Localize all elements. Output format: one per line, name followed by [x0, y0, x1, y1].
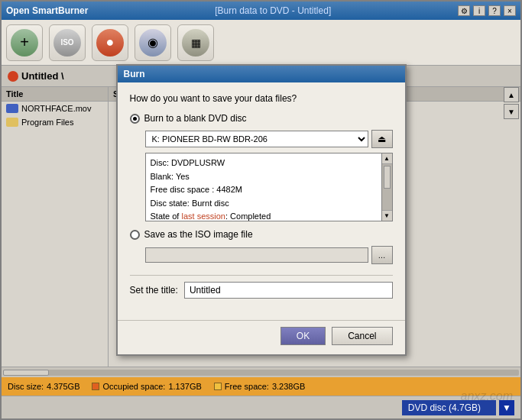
dialog-buttons: OK Cancel [118, 320, 405, 354]
burn-dialog: Burn How do you want to save your data f… [116, 64, 407, 356]
separator [130, 275, 393, 276]
info-scrollbar: ▲ ▼ [381, 153, 392, 221]
highlight-text: last session [181, 212, 225, 221]
eject-button[interactable]: ⏏ [371, 130, 393, 148]
dialog-title: Burn [118, 66, 405, 82]
ok-button[interactable]: OK [280, 327, 326, 345]
cancel-button[interactable]: Cancel [332, 327, 392, 345]
info-line-3: Free disc space : 4482M [151, 183, 387, 197]
info-scroll-down[interactable]: ▼ [382, 210, 392, 221]
iso-radio-label: Save as the ISO image file [144, 229, 253, 240]
app-window: Open SmartBurner [Burn data to DVD - Unt… [0, 0, 522, 420]
iso-path-row: … [145, 246, 393, 264]
burn-to-disc-option[interactable]: Burn to a blank DVD disc [130, 113, 393, 124]
info-line-4: Disc state: Burnt disc [151, 197, 387, 211]
drive-info-box: Disc: DVDPLUSRW Blank: Yes Free disc spa… [145, 153, 393, 221]
drive-row: K: PIONEER BD-RW BDR-206 ⏏ [145, 130, 393, 148]
info-line-2: Blank: Yes [151, 170, 387, 184]
info-scroll-up[interactable]: ▲ [382, 153, 392, 164]
info-line-5: State of last session: Completed [151, 210, 387, 221]
browse-button[interactable]: … [371, 246, 393, 264]
drive-info-content: Disc: DVDPLUSRW Blank: Yes Free disc spa… [146, 153, 392, 221]
drive-dropdown[interactable]: K: PIONEER BD-RW BDR-206 [145, 131, 368, 147]
title-field-label: Set the title: [130, 285, 178, 296]
iso-path-input[interactable] [145, 247, 368, 263]
iso-radio[interactable] [130, 230, 140, 240]
info-scroll-track [382, 164, 392, 210]
burn-radio[interactable] [130, 114, 140, 124]
watermark: anxz.com [461, 389, 513, 403]
info-line-1: Disc: DVDPLUSRW [151, 157, 387, 170]
title-input[interactable] [184, 282, 393, 299]
dialog-question: How do you want to save your data files? [130, 93, 393, 104]
burn-radio-label: Burn to a blank DVD disc [144, 113, 247, 124]
save-as-iso-option[interactable]: Save as the ISO image file [130, 229, 393, 240]
dialog-body: How do you want to save your data files?… [118, 82, 405, 320]
info-scroll-thumb[interactable] [384, 166, 391, 189]
title-row: Set the title: [130, 282, 393, 299]
dialog-overlay: Burn How do you want to save your data f… [2, 2, 520, 418]
